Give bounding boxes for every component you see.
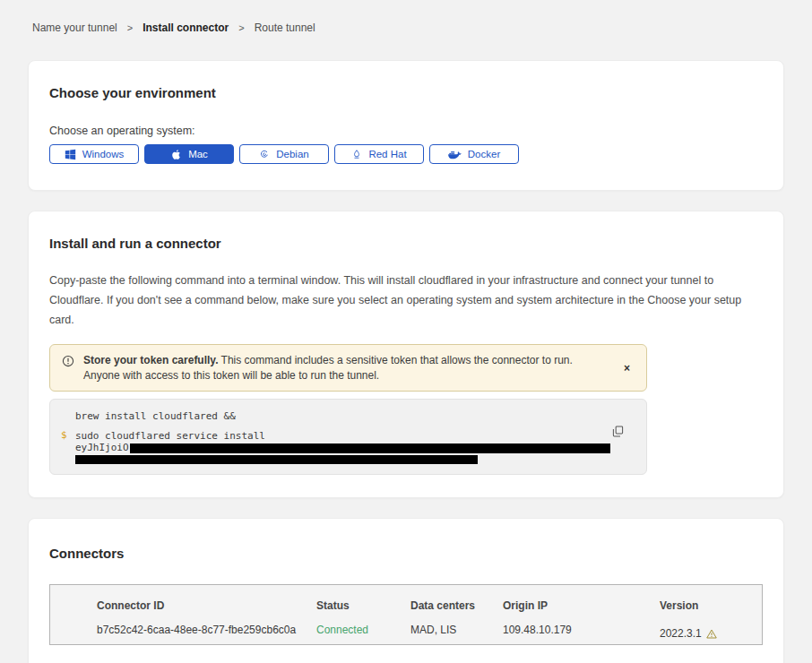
os-button-mac[interactable]: Mac [144, 144, 234, 164]
col-header-connector-id: Connector ID [97, 599, 316, 621]
status-badge: Connected [316, 624, 410, 645]
breadcrumb-separator: > [127, 22, 133, 33]
warning-message: Store your token carefully. This command… [83, 353, 597, 383]
os-button-label: Debian [276, 149, 308, 159]
debian-icon [259, 149, 270, 159]
col-header-data-centers: Data centers [410, 599, 503, 621]
cell-origin-ip: 109.48.10.179 [503, 624, 660, 645]
os-button-label: Red Hat [368, 149, 406, 159]
install-connector-card: Install and run a connector Copy-paste t… [28, 211, 784, 498]
alert-circle-icon [62, 355, 74, 367]
connectors-table: Connector ID Status Data centers Origin … [49, 584, 763, 645]
token-warning-banner: Store your token carefully. This command… [49, 344, 647, 392]
os-button-label: Windows [82, 149, 125, 159]
breadcrumb: Name your tunnel > Install connector > R… [0, 0, 812, 34]
os-button-group: Windows Mac Debian Red Hat Docker [49, 144, 763, 164]
redacted-token-bar [130, 443, 610, 453]
os-button-redhat[interactable]: Red Hat [334, 144, 424, 164]
os-button-label: Mac [188, 149, 208, 159]
breadcrumb-separator: > [238, 22, 244, 33]
breadcrumb-route-tunnel[interactable]: Route tunnel [255, 22, 315, 34]
cell-data-centers: MAD, LIS [410, 624, 503, 645]
docker-whale-icon [448, 150, 462, 159]
os-select-label: Choose an operating system: [49, 125, 763, 137]
windows-icon [65, 149, 76, 160]
install-card-title: Install and run a connector [49, 236, 763, 251]
col-header-version: Version [660, 599, 762, 621]
environment-card-title: Choose your environment [49, 85, 763, 100]
redacted-token-bar [75, 455, 478, 464]
token-prefix: eyJhIjoiO [75, 442, 129, 453]
command-line-token-2 [75, 453, 610, 465]
col-header-status: Status [316, 599, 410, 621]
choose-environment-card: Choose your environment Choose an operat… [28, 60, 784, 191]
version-warning-icon [706, 629, 717, 639]
os-button-windows[interactable]: Windows [49, 144, 139, 164]
connectors-card: Connectors Connector ID Status Data cent… [28, 518, 784, 663]
version-value: 2022.3.1 [660, 627, 702, 640]
cell-version: 2022.3.1 [660, 624, 762, 645]
breadcrumb-install-connector[interactable]: Install connector [143, 22, 229, 34]
col-header-origin-ip: Origin IP [503, 599, 660, 621]
cell-connector-id: b7c52c42-6caa-48ee-8c77-fbe259cb6c0a [97, 624, 316, 645]
os-button-label: Docker [468, 149, 500, 159]
close-icon[interactable]: × [618, 359, 635, 377]
connectors-card-title: Connectors [49, 546, 763, 561]
command-line-token: eyJhIjoiO [75, 442, 610, 453]
breadcrumb-name-your-tunnel[interactable]: Name your tunnel [32, 22, 117, 34]
warning-title: Store your token carefully. [83, 354, 219, 366]
command-line-sudo: sudo cloudflared service install [75, 430, 610, 442]
shell-prompt: $ [61, 429, 67, 441]
redhat-icon [351, 149, 362, 160]
apple-icon [170, 149, 182, 160]
copy-icon[interactable] [609, 423, 626, 440]
command-line-brew: brew install cloudflared && [75, 410, 610, 422]
os-button-docker[interactable]: Docker [429, 144, 519, 164]
os-button-debian[interactable]: Debian [239, 144, 329, 164]
install-description: Copy-paste the following command into a … [49, 271, 762, 330]
install-command-code-block: $ brew install cloudflared && sudo cloud… [49, 399, 647, 475]
